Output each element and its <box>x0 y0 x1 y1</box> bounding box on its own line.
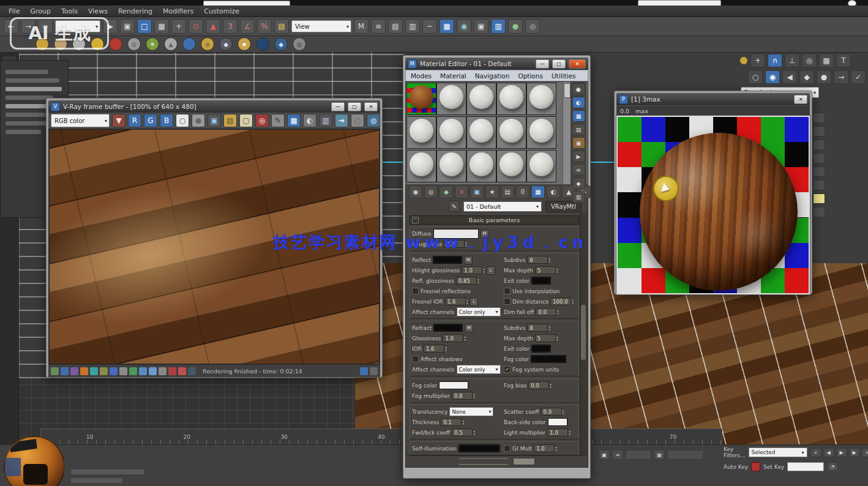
menu-customize[interactable]: Customize <box>204 7 239 15</box>
make-preview-icon[interactable]: ▶ <box>572 151 585 162</box>
grid-value-field[interactable] <box>667 450 704 460</box>
background-icon[interactable]: ▦ <box>572 110 585 122</box>
tool-icon[interactable] <box>51 367 59 375</box>
spinner[interactable]: 0.1▴▾ <box>441 418 464 426</box>
sample-uv-tiling-icon[interactable]: ▤ <box>572 124 585 135</box>
tool-icon[interactable] <box>178 367 186 375</box>
previous-frame-icon[interactable]: ◀ <box>823 448 834 457</box>
lock-button[interactable]: L <box>470 297 478 306</box>
panel-button[interactable] <box>813 153 825 163</box>
target-gray-icon[interactable]: ◎ <box>293 37 306 51</box>
spinner[interactable]: 5▴▾ <box>535 334 558 342</box>
spinner-arrows-icon[interactable]: ▴▾ <box>563 409 564 415</box>
spinner-arrows-icon[interactable]: ▴▾ <box>462 419 464 425</box>
spinner-value[interactable]: 100.0 <box>550 297 571 305</box>
spinner-arrows-icon[interactable]: ▴▾ <box>556 267 558 274</box>
me-scroll-thumb[interactable] <box>581 305 586 360</box>
grid-spacing-icon[interactable]: ▦ <box>654 450 665 460</box>
spinner-value[interactable]: 8 <box>527 324 548 332</box>
me-menu-utilities[interactable]: Utilities <box>552 72 576 80</box>
spinner-value[interactable]: 0.85 <box>456 277 477 285</box>
checkbox-row[interactable]: ✓Fog system units <box>504 366 559 373</box>
reset-map-icon[interactable]: × <box>455 185 468 198</box>
spinner-arrows-icon[interactable]: ▴▾ <box>556 335 558 342</box>
go-to-end-icon[interactable]: » <box>862 448 868 457</box>
preview-zoom-label[interactable]: max <box>635 108 648 114</box>
color-swatch[interactable] <box>548 418 567 426</box>
spinner-value[interactable]: 1.0 <box>534 444 555 452</box>
snaps-toggle-icon[interactable]: 3 <box>223 19 238 34</box>
tool-icon[interactable] <box>61 367 69 375</box>
param-dropdown[interactable]: None▾ <box>449 407 493 416</box>
stamp-icon[interactable]: ▦ <box>287 114 301 127</box>
spinner[interactable]: 0.85▴▾ <box>456 277 479 285</box>
menu-rendering[interactable]: Rendering <box>118 7 152 15</box>
white-balance-icon[interactable]: ▢ <box>239 114 253 127</box>
get-material-icon[interactable]: ◉ <box>409 185 422 198</box>
utilities-tab-icon[interactable]: T <box>836 54 851 67</box>
sample-slot-wood-material[interactable] <box>406 83 436 115</box>
sample-slot[interactable] <box>466 116 496 149</box>
track-mouse-icon[interactable]: ✎ <box>271 114 285 127</box>
make-material-copy-icon[interactable]: ▣ <box>470 185 484 198</box>
spinner-value[interactable]: 0.1 <box>441 418 462 426</box>
star-gold-icon[interactable]: ★ <box>238 37 251 51</box>
select-and-move-icon[interactable]: + <box>171 19 186 34</box>
spinner-value[interactable]: 1.0 <box>443 334 463 342</box>
list-item[interactable] <box>6 113 46 117</box>
diamond-white-icon[interactable]: ◆ <box>219 37 233 51</box>
sample-slot[interactable] <box>466 83 496 115</box>
sample-slot[interactable] <box>496 83 526 115</box>
spinner-value[interactable]: 1.0 <box>547 428 568 436</box>
select-by-material-icon[interactable]: ◆ <box>572 178 585 189</box>
color-swatch[interactable] <box>531 355 566 363</box>
close-button[interactable]: ✕ <box>569 59 586 69</box>
timeline-tick-label[interactable]: 10 <box>86 434 93 440</box>
material-map-navigator-icon[interactable]: ▥ <box>572 191 585 203</box>
time-field[interactable] <box>787 462 824 471</box>
panel-button[interactable] <box>813 180 825 190</box>
put-to-library-icon[interactable]: ▤ <box>501 185 514 198</box>
material-name-dropdown[interactable]: 01 - Default ▾ <box>463 201 542 212</box>
go-to-start-icon[interactable]: « <box>810 448 821 457</box>
spinner-value[interactable]: 8 <box>527 256 548 264</box>
checkbox-row[interactable]: GI <box>504 445 518 452</box>
lights-icon[interactable]: ◀ <box>782 70 797 84</box>
next-frame-icon[interactable]: ▶ <box>849 448 860 457</box>
select-by-name-icon[interactable]: ▣ <box>120 19 135 34</box>
sample-slot[interactable] <box>526 83 556 115</box>
sample-type-icon[interactable]: ● <box>572 83 585 95</box>
isolate-selection-icon[interactable]: ▣ <box>599 450 610 460</box>
menu-modifiers[interactable]: Modifiers <box>163 7 193 15</box>
sphere-red-icon[interactable] <box>109 37 122 51</box>
checkbox[interactable] <box>504 445 511 452</box>
spinner-arrows-icon[interactable]: ▴▾ <box>464 335 466 342</box>
list-item[interactable] <box>6 78 59 83</box>
compare-icon[interactable]: ◐ <box>303 114 316 127</box>
make-unique-icon[interactable]: ★ <box>485 185 499 198</box>
list-item[interactable] <box>6 87 62 91</box>
modify-tab-icon[interactable]: ∩ <box>768 54 782 67</box>
checkbox-row[interactable]: Use interpolation <box>504 288 559 294</box>
spinner-value[interactable]: 5 <box>535 334 556 342</box>
spinner-arrows-icon[interactable]: ▴▾ <box>555 446 557 452</box>
pick-material-eyedropper-icon[interactable]: ✎ <box>449 201 460 212</box>
menu-views[interactable]: Views <box>88 7 108 15</box>
history-icon[interactable]: ▥ <box>319 114 332 127</box>
tool-icon[interactable] <box>139 367 147 375</box>
spinner-arrows-icon[interactable]: ▴▾ <box>569 430 571 436</box>
spinner[interactable]: 0.8▴▾ <box>452 392 475 400</box>
space-warps-icon[interactable]: → <box>834 70 848 84</box>
spinner-arrows-icon[interactable]: ▴▾ <box>477 278 479 284</box>
vfb-help-icon[interactable] <box>370 367 378 375</box>
spinner-value[interactable]: 0.0 <box>536 308 556 316</box>
slot-scrollbar[interactable] <box>563 82 571 184</box>
mirror-icon[interactable]: M <box>354 19 369 34</box>
create-tab-icon[interactable]: + <box>750 54 765 67</box>
play-icon[interactable]: ▶ <box>836 448 847 457</box>
spinner[interactable]: 1.0▴▾ <box>462 266 485 274</box>
panel-button[interactable] <box>813 113 825 123</box>
material-id-channel-icon[interactable]: 0 <box>516 185 529 198</box>
sample-slot[interactable] <box>406 116 436 149</box>
sample-slot[interactable] <box>496 150 526 182</box>
